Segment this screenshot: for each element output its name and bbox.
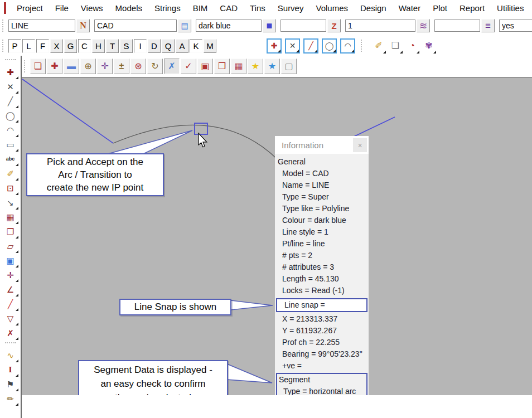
plot-icon[interactable]: ▣	[197, 59, 213, 74]
menu-item[interactable]: BIM	[187, 3, 214, 13]
tangent-line-left[interactable]	[22, 79, 113, 143]
toolbar-grip[interactable]	[5, 342, 16, 346]
chamfer-icon[interactable]: ▱	[3, 239, 18, 253]
text-insert-icon[interactable]: I	[3, 362, 18, 377]
close-icon[interactable]: ×	[353, 138, 367, 152]
menu-item[interactable]: Volumes	[309, 3, 354, 13]
favourite-yellow-star-icon[interactable]: ★	[248, 59, 263, 74]
zoom-out-icon[interactable]: ▬	[64, 59, 79, 74]
mode-button-P[interactable]: P	[8, 39, 21, 53]
freehand-icon[interactable]: ∿	[3, 348, 18, 362]
mode-button-Q[interactable]: Q	[162, 39, 175, 53]
menu-item[interactable]: Tins	[244, 3, 272, 13]
mode-button-T[interactable]: T	[106, 39, 119, 53]
style-brush-icon[interactable]: ✐	[3, 166, 18, 181]
mode-button-G[interactable]: G	[64, 39, 77, 53]
menu-item[interactable]: Views	[75, 3, 109, 13]
draw-circle-icon[interactable]: ◯	[3, 108, 18, 123]
toolbar-grip[interactable]	[5, 59, 16, 62]
image-icon[interactable]: ▣	[3, 253, 18, 268]
polygon-icon[interactable]: ▽	[3, 311, 18, 325]
height-z-button[interactable]: Z	[327, 19, 341, 32]
zoom-in-icon[interactable]: ✚	[47, 59, 62, 74]
mode-button-I[interactable]: I	[134, 39, 147, 53]
move-icon[interactable]: ✛	[3, 268, 18, 282]
copy-element-icon[interactable]: ❐	[3, 224, 18, 239]
previous-view-icon[interactable]: ↻	[147, 59, 163, 74]
name-box-button[interactable]: N	[76, 19, 90, 32]
toolbar-grip[interactable]	[24, 60, 27, 72]
mode-button-F[interactable]: F	[36, 39, 49, 53]
linetype-choice-button[interactable]: ≡	[481, 19, 495, 32]
survey-instrument-icon[interactable]: ⚑	[3, 377, 18, 391]
toolbar-input[interactable]	[94, 20, 177, 32]
zoom-extent-icon[interactable]: ⊕	[80, 59, 96, 74]
mode-button-D[interactable]: D	[148, 39, 161, 53]
mode-button-S[interactable]: S	[120, 39, 133, 53]
mode-button-K[interactable]: K	[190, 39, 202, 53]
mode-button-M[interactable]: M	[204, 39, 216, 53]
toolbar-input[interactable]	[345, 20, 415, 32]
mode-button-C[interactable]: C	[78, 39, 91, 53]
zoom-scale-icon[interactable]: ±	[114, 59, 129, 74]
text-abc-icon[interactable]: abc	[3, 152, 18, 166]
point-symbol-icon[interactable]: ⊡	[3, 181, 18, 195]
select-icon[interactable]: ✚	[3, 65, 18, 79]
toolbar-input[interactable]	[434, 20, 480, 32]
menu-item[interactable]: Models	[109, 3, 148, 13]
view-menu-icon[interactable]: ❏	[30, 59, 46, 74]
mode-button-X[interactable]: X	[50, 39, 63, 53]
pan-icon[interactable]: ✛	[97, 59, 113, 74]
intersect-icon[interactable]: ✕	[3, 79, 18, 94]
menu-item[interactable]: Design	[354, 3, 393, 13]
menu-item[interactable]: Project	[11, 3, 49, 13]
menu-item[interactable]: Utilities	[491, 3, 530, 13]
snap-arc-icon[interactable]: ◠	[340, 38, 355, 54]
toolbar-input[interactable]	[8, 20, 75, 32]
table-icon[interactable]: ▦	[3, 210, 18, 224]
model-choice-button[interactable]: ▤	[178, 19, 191, 32]
menu-item[interactable]: Strings	[148, 3, 187, 13]
gradient-line-icon[interactable]: ╱	[3, 297, 18, 311]
menu-item[interactable]: Survey	[272, 3, 310, 13]
toolbar-input[interactable]	[280, 20, 326, 32]
append-point-icon[interactable]: ∠	[3, 282, 18, 297]
cad-page-icon[interactable]: ❏	[388, 38, 403, 54]
mode-button-H[interactable]: H	[92, 39, 105, 53]
linestyle-choice-button[interactable]: ≋	[417, 19, 430, 32]
toolbar-input[interactable]	[196, 20, 262, 32]
snap-intersect-icon[interactable]: ✕	[285, 38, 300, 54]
measure-icon[interactable]: ↘	[3, 195, 18, 210]
fit-view-icon[interactable]: ⊛	[130, 59, 146, 74]
edit-notes-icon[interactable]: ✏	[3, 391, 18, 406]
menu-item[interactable]: Plot	[427, 3, 453, 13]
snap-point-icon[interactable]: ✚	[267, 38, 282, 54]
toolbar-grip[interactable]	[361, 40, 364, 52]
draw-rectangle-icon[interactable]: ▭	[3, 137, 18, 152]
regenerate-icon[interactable]: ✓	[181, 59, 196, 74]
cad-pencil-icon[interactable]: ✐	[371, 38, 386, 54]
menu-item[interactable]: CAD	[214, 3, 244, 13]
mode-button-L[interactable]: L	[22, 39, 35, 53]
menu-item[interactable]: Report	[453, 3, 491, 13]
cad-curve-tools-icon[interactable]: ✾	[422, 38, 436, 54]
redraw-icon[interactable]: ✗	[164, 59, 180, 74]
menu-item[interactable]: Water	[393, 3, 427, 13]
copy-view-icon[interactable]: ❐	[214, 59, 230, 74]
draw-arc-icon[interactable]: ◠	[3, 123, 18, 137]
cad-arc-tools-icon[interactable]: ◔	[405, 38, 419, 54]
draw-line-icon[interactable]: ╱	[3, 94, 18, 108]
favourite-blue-star-icon[interactable]: ★	[264, 59, 280, 74]
menu-item[interactable]: File	[49, 3, 75, 13]
snap-line-icon[interactable]: ╱	[303, 38, 318, 54]
delete-point-icon[interactable]: ✗	[3, 325, 18, 340]
colour-swatch-button[interactable]: ■	[263, 19, 276, 32]
toolbar-grip[interactable]	[2, 40, 6, 52]
toolbar-input[interactable]	[499, 20, 532, 32]
grid-window-icon[interactable]: ▦	[231, 59, 246, 74]
window-corner-icon[interactable]: ▢	[281, 59, 297, 74]
menu-item[interactable]: User	[530, 3, 532, 13]
drawing-canvas[interactable]: Pick and Accept on the Arc / Transition …	[22, 77, 532, 395]
toolbar-grip[interactable]	[2, 20, 6, 32]
mode-button-A[interactable]: A	[176, 39, 188, 53]
